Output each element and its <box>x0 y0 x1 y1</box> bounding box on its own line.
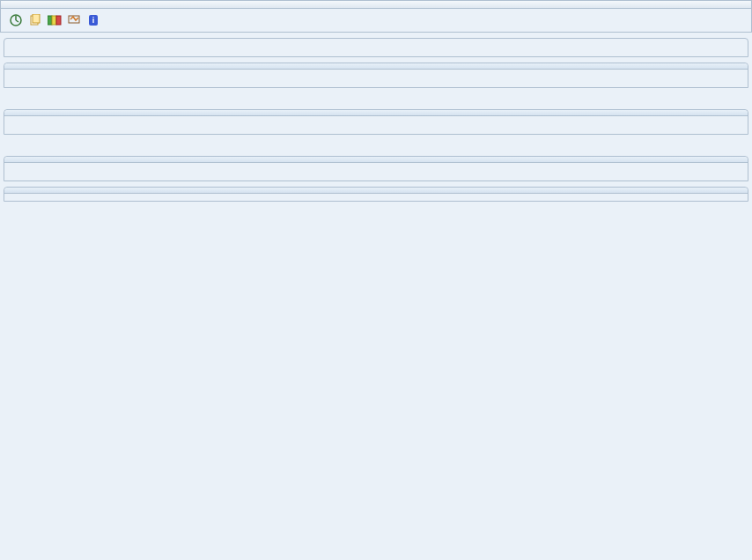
group-further-selections <box>4 187 748 202</box>
svg-rect-6 <box>52 16 56 25</box>
toolbar: i <box>0 9 752 33</box>
selection-options-icon[interactable] <box>47 12 63 28</box>
get-variant-icon[interactable] <box>27 12 43 28</box>
top-selection-block <box>4 38 748 57</box>
group-settings <box>4 109 748 135</box>
svg-rect-5 <box>48 16 52 25</box>
execute-icon[interactable] <box>8 12 24 28</box>
group-selections-title <box>4 63 748 70</box>
group-display-options <box>4 156 748 181</box>
svg-rect-4 <box>33 14 40 23</box>
page-title <box>0 0 752 9</box>
content <box>0 33 752 207</box>
group-further-title <box>4 188 748 194</box>
group-selections <box>4 63 748 88</box>
svg-line-2 <box>16 20 18 22</box>
dynamic-selections-icon[interactable] <box>66 12 82 28</box>
svg-rect-7 <box>56 16 61 25</box>
info-icon[interactable]: i <box>85 12 101 28</box>
group-settings-title <box>4 110 748 116</box>
group-display-title <box>4 157 748 163</box>
svg-text:i: i <box>92 16 95 25</box>
